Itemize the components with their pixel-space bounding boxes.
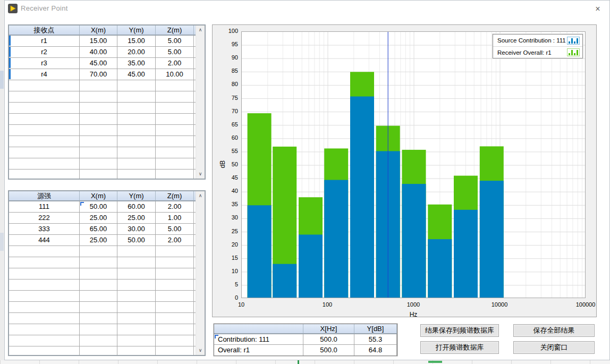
table-cell[interactable]: 35.00 [117, 58, 156, 69]
table-cell[interactable]: 40.00 [80, 47, 117, 57]
table-cell [117, 246, 156, 257]
bar-contribution-125hz[interactable] [324, 180, 348, 298]
save-to-spectrum-db-button[interactable]: 结果保存到频谱数据库 [420, 324, 499, 337]
bar-contribution-1000hz[interactable] [402, 184, 426, 298]
legend-entry-contribution[interactable]: Source Contribution : 111 [493, 35, 582, 46]
vertical-scrollbar[interactable]: ∧∨ [196, 26, 205, 179]
source-table: 源强X(m)Y(m)Z(m)11150.0060.002.0022225.002… [9, 191, 196, 355]
cursor-table-row-0[interactable]: Contribution: 111500.055.3 [214, 334, 397, 345]
table-cell[interactable]: 20.00 [117, 47, 156, 57]
close-icon[interactable]: × [590, 3, 605, 15]
receiver-table-panel: 接收点X(m)Y(m)Z(m)r115.0015.005.00r240.0020… [8, 24, 206, 180]
receiver-row-0[interactable]: r115.0015.005.00 [9, 36, 196, 47]
table-cell [9, 158, 80, 169]
receiver-row-3[interactable]: r470.0045.0010.00 [9, 69, 196, 80]
cursor-table-row-1[interactable]: Overall: r1500.064.8 [214, 345, 397, 355]
bar-contribution-4000hz[interactable] [454, 210, 478, 298]
empty-row [9, 147, 196, 158]
source-header-row: 源强X(m)Y(m)Z(m) [9, 191, 196, 201]
table-cell[interactable]: 25.00 [117, 213, 156, 223]
table-cell[interactable]: 45.00 [80, 58, 117, 69]
bar-contribution-8000hz[interactable] [480, 181, 504, 298]
y-tick-label: 75 [213, 95, 238, 101]
table-cell[interactable]: 70.00 [80, 69, 117, 80]
background-fragment [298, 360, 299, 364]
bar-contribution-16hz[interactable] [248, 205, 272, 298]
legend-entry-overall[interactable]: Receiver Overall: r1 [493, 46, 582, 58]
y-tick-label: 90 [213, 54, 238, 61]
table-cell[interactable]: 10.00 [156, 69, 194, 80]
titlebar: Receiver Point × [5, 1, 609, 16]
table-cell [156, 158, 194, 169]
table-cell [9, 302, 80, 312]
table-cell [80, 103, 117, 113]
table-cell [117, 170, 156, 179]
table-cell [9, 324, 80, 335]
table-cell [156, 302, 194, 312]
table-cell [9, 114, 80, 124]
bar-contribution-63hz[interactable] [299, 235, 323, 299]
bar-contribution-2000hz[interactable] [428, 239, 452, 298]
empty-row [9, 335, 196, 346]
save-all-results-button[interactable]: 保存全部结果 [513, 324, 595, 337]
table-cell[interactable]: 5.00 [156, 224, 194, 234]
table-cell [80, 324, 117, 335]
table-cell[interactable]: 25.00 [80, 235, 117, 246]
table-cell[interactable]: 5.00 [156, 36, 194, 46]
empty-row [9, 103, 196, 114]
table-cell[interactable]: 25.00 [80, 213, 117, 223]
table-cell[interactable]: 2.00 [156, 58, 194, 69]
table-cell[interactable]: 111 [9, 201, 80, 212]
table-cell [117, 158, 156, 169]
y-axis-label: dB [219, 160, 226, 168]
table-cell [9, 125, 80, 136]
table-cell[interactable]: 222 [9, 213, 80, 223]
source-row-2[interactable]: 33365.0030.005.00 [9, 224, 196, 235]
receiver-row-2[interactable]: r345.0035.002.00 [9, 58, 196, 69]
scroll-up-icon[interactable]: ∧ [196, 26, 205, 35]
cursor-row-label: Overall: r1 [214, 345, 303, 355]
table-cell[interactable]: 15.00 [80, 36, 117, 46]
table-cell[interactable]: r1 [9, 36, 80, 46]
table-cell[interactable]: 2.00 [156, 201, 194, 212]
table-cell[interactable]: r3 [9, 58, 80, 69]
bar-contribution-250hz[interactable] [350, 97, 374, 299]
open-spectrum-db-button[interactable]: 打开频谱数据库 [420, 341, 499, 354]
table-cell[interactable]: 60.00 [117, 201, 156, 212]
table-cell[interactable]: 2.00 [156, 235, 194, 246]
vertical-scrollbar[interactable]: ∧∨ [196, 191, 205, 355]
receiver-header-0: 接收点 [9, 26, 80, 35]
table-cell [9, 280, 80, 290]
table-cell[interactable]: 65.00 [80, 224, 117, 234]
table-cell[interactable]: 50.00 [117, 235, 156, 246]
spectrum-chart-panel: Source Contribution : 111 Receiver Overa… [212, 24, 597, 317]
table-cell[interactable]: 444 [9, 235, 80, 246]
table-cell[interactable]: 5.00 [156, 47, 194, 57]
source-row-0[interactable]: 11150.0060.002.00 [9, 201, 196, 213]
scroll-down-icon[interactable]: ∨ [196, 346, 205, 355]
table-cell [156, 346, 194, 355]
bar-contribution-31.5hz[interactable] [273, 264, 296, 298]
table-cell[interactable]: 333 [9, 224, 80, 234]
table-cell[interactable]: 50.00 [80, 201, 117, 212]
table-cell[interactable]: 1.00 [156, 213, 194, 223]
table-cell[interactable]: r2 [9, 47, 80, 57]
y-tick-label: 85 [213, 67, 238, 74]
source-row-1[interactable]: 22225.0025.001.00 [9, 213, 196, 224]
table-cell [9, 91, 80, 102]
close-window-button[interactable]: 关闭窗口 [513, 341, 595, 354]
scroll-down-icon[interactable]: ∨ [196, 170, 205, 179]
source-row-3[interactable]: 44425.0050.002.00 [9, 235, 196, 246]
table-cell[interactable]: 30.00 [117, 224, 156, 234]
scroll-up-icon[interactable]: ∧ [196, 191, 205, 200]
table-cell [80, 91, 117, 102]
table-cell[interactable]: 45.00 [117, 69, 156, 80]
table-cell [80, 257, 117, 268]
table-cell[interactable]: r4 [9, 69, 80, 80]
table-cell [80, 313, 117, 324]
table-cell[interactable]: 15.00 [117, 36, 156, 46]
receiver-row-1[interactable]: r240.0020.005.00 [9, 47, 196, 58]
table-cell [117, 125, 156, 136]
x-tick-label: 100000 [564, 301, 607, 308]
plot-area[interactable] [241, 31, 586, 298]
